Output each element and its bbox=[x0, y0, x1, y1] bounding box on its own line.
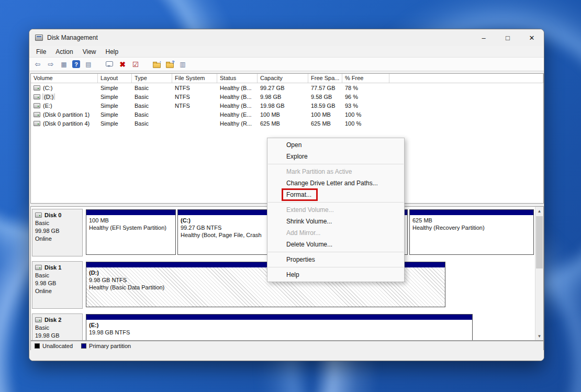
unallocated-swatch bbox=[35, 343, 40, 349]
column-header-type[interactable]: Type bbox=[132, 74, 172, 83]
volume-row-partition1[interactable]: (Disk 0 partition 1) Simple Basic Health… bbox=[31, 110, 543, 119]
volume-row-e[interactable]: (E:) Simple Basic NTFS Healthy (B... 19.… bbox=[31, 101, 543, 110]
partition-e[interactable]: (E:) 19.98 GB NTFS bbox=[86, 314, 473, 341]
menu-item-label: Open bbox=[286, 141, 301, 149]
pct-free-cell: 100 % bbox=[342, 111, 389, 118]
partition-efi[interactable]: 100 MB Healthy (EFI System Partition) bbox=[86, 209, 176, 255]
volume-cell: (E:) bbox=[31, 103, 98, 109]
type-cell: Basic bbox=[132, 111, 172, 118]
free-space-cell: 18.59 GB bbox=[308, 103, 342, 109]
menu-view[interactable]: View bbox=[78, 47, 101, 57]
menu-item-label: Format... bbox=[286, 191, 311, 198]
console-tree-icon[interactable]: ▦ bbox=[59, 60, 69, 69]
menu-item-mark-partition-active: Mark Partition as Active bbox=[267, 166, 404, 177]
partition-recovery[interactable]: 625 MB Healthy (Recovery Partition) bbox=[409, 209, 534, 255]
vertical-scrollbar[interactable]: ▲ ▼ bbox=[535, 207, 543, 340]
capacity-cell: 625 MB bbox=[258, 120, 308, 127]
volume-name: (E:) bbox=[43, 103, 52, 109]
volume-name: (C:) bbox=[43, 85, 52, 91]
partition-size: 100 MB bbox=[89, 217, 173, 224]
pct-free-cell: 78 % bbox=[342, 85, 389, 91]
volume-row-c[interactable]: (C:) Simple Basic NTFS Healthy (B... 99.… bbox=[31, 83, 543, 92]
column-header-status[interactable]: Status bbox=[217, 74, 258, 83]
menu-item-label: Change Drive Letter and Paths... bbox=[286, 180, 378, 187]
column-header-pct-free[interactable]: % Free bbox=[342, 74, 389, 83]
layout-cell: Simple bbox=[98, 85, 132, 91]
delete-volume-icon[interactable]: ✖ bbox=[118, 60, 127, 69]
back-arrow-icon[interactable]: ⇦ bbox=[33, 60, 42, 69]
mark-active-icon[interactable]: ☑ bbox=[131, 60, 140, 69]
volume-name: (Disk 0 partition 4) bbox=[43, 120, 90, 127]
menu-file[interactable]: File bbox=[31, 47, 51, 57]
column-header-layout[interactable]: Layout bbox=[98, 74, 132, 83]
disk-2-row: Disk 2 Basic 19.98 GB (E:) 19.98 GB NTFS bbox=[31, 312, 535, 341]
disk-type: Basic bbox=[35, 272, 80, 279]
menu-action[interactable]: Action bbox=[51, 47, 77, 57]
scrollbar-thumb[interactable] bbox=[536, 216, 543, 268]
menu-item-delete-volume[interactable]: Delete Volume... bbox=[267, 239, 404, 250]
menu-item-change-drive-letter[interactable]: Change Drive Letter and Paths... bbox=[267, 177, 404, 189]
legend-label: Primary partition bbox=[89, 343, 131, 349]
free-space-cell: 100 MB bbox=[308, 111, 342, 118]
menu-item-open[interactable]: Open bbox=[267, 139, 404, 151]
disk-0-label[interactable]: Disk 0 Basic 99.98 GB Online bbox=[32, 209, 83, 256]
legend-bar: Unallocated Primary partition bbox=[30, 341, 544, 350]
folder-up-icon[interactable]: ↑ bbox=[152, 60, 161, 69]
menu-item-label: Add Mirror... bbox=[286, 229, 320, 237]
menu-item-format[interactable]: Format... bbox=[267, 189, 404, 200]
title-bar[interactable]: Disk Management – □ ✕ bbox=[29, 29, 544, 46]
legend-primary-partition: Primary partition bbox=[81, 343, 131, 349]
type-cell: Basic bbox=[132, 85, 172, 91]
forward-arrow-icon[interactable]: ⇨ bbox=[46, 60, 55, 69]
layout-cell: Simple bbox=[98, 111, 132, 118]
disk-1-label[interactable]: Disk 1 Basic 9.98 GB Online bbox=[32, 261, 83, 309]
menu-item-help[interactable]: Help bbox=[267, 269, 404, 281]
disk-size: 19.98 GB bbox=[35, 332, 80, 340]
disk-type: Basic bbox=[35, 219, 80, 227]
menu-item-explore[interactable]: Explore bbox=[267, 151, 404, 162]
menu-bar: File Action View Help bbox=[29, 46, 544, 58]
close-button[interactable]: ✕ bbox=[520, 29, 544, 46]
column-header-free-space[interactable]: Free Spa... bbox=[308, 74, 342, 83]
disk-icon bbox=[35, 265, 42, 270]
menu-item-add-mirror: Add Mirror... bbox=[267, 227, 404, 239]
menu-item-label: Extend Volume... bbox=[286, 206, 334, 214]
scroll-up-icon[interactable]: ▲ bbox=[535, 207, 543, 215]
type-cell: Basic bbox=[132, 103, 172, 109]
maximize-button[interactable]: □ bbox=[496, 29, 520, 46]
properties-form-icon[interactable]: ▥ bbox=[178, 60, 187, 69]
capacity-cell: 9.98 GB bbox=[258, 94, 308, 100]
column-header-file-system[interactable]: File System bbox=[172, 74, 217, 83]
column-header-capacity[interactable]: Capacity bbox=[258, 74, 308, 83]
help-icon[interactable]: ? bbox=[72, 60, 80, 68]
minimize-button[interactable]: – bbox=[472, 29, 496, 46]
menu-separator bbox=[268, 202, 404, 203]
free-space-cell: 9.58 GB bbox=[308, 94, 342, 100]
disk-name: Disk 0 bbox=[44, 212, 61, 218]
menu-item-shrink-volume[interactable]: Shrink Volume... bbox=[267, 216, 404, 227]
action-pane-icon[interactable] bbox=[105, 60, 114, 69]
pct-free-cell: 100 % bbox=[342, 120, 389, 127]
speech-bubble-icon bbox=[106, 61, 113, 66]
volume-icon bbox=[33, 121, 40, 126]
primary-partition-swatch bbox=[81, 343, 86, 349]
disk-icon bbox=[35, 212, 42, 218]
menu-item-properties[interactable]: Properties bbox=[267, 254, 404, 265]
volume-name: (Disk 0 partition 1) bbox=[43, 111, 90, 118]
disk-status: Online bbox=[35, 235, 80, 243]
volume-row-partition4[interactable]: (Disk 0 partition 4) Simple Basic Health… bbox=[31, 119, 543, 128]
column-header-volume[interactable]: Volume bbox=[31, 74, 98, 83]
layout-cell: Simple bbox=[98, 120, 132, 127]
volume-row-d[interactable]: (D:) Simple Basic NTFS Healthy (B... 9.9… bbox=[31, 92, 543, 101]
status-cell: Healthy (B... bbox=[217, 85, 258, 91]
scroll-down-icon[interactable]: ▼ bbox=[535, 332, 543, 340]
folder-help-icon[interactable]: ? bbox=[165, 60, 174, 69]
capacity-cell: 19.98 GB bbox=[258, 103, 308, 109]
export-list-icon[interactable]: ▤ bbox=[84, 60, 93, 69]
volume-cell: (Disk 0 partition 4) bbox=[31, 120, 98, 127]
disk-2-label[interactable]: Disk 2 Basic 19.98 GB bbox=[32, 313, 83, 341]
menu-help[interactable]: Help bbox=[101, 47, 124, 57]
type-cell: Basic bbox=[132, 120, 172, 127]
menu-item-label: Delete Volume... bbox=[286, 241, 332, 248]
partition-color-bar bbox=[86, 210, 175, 215]
